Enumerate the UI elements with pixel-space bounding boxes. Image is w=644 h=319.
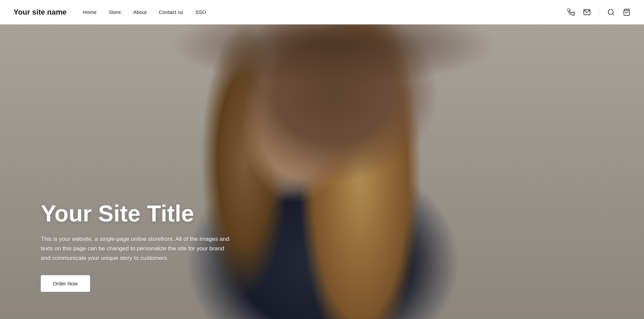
navbar-left: Your site name Home Store About Contact … (14, 8, 206, 17)
nav-link-contact[interactable]: Contact us (159, 9, 183, 15)
nav-item-sso[interactable]: SSO (195, 9, 206, 15)
mail-icon[interactable] (583, 8, 591, 16)
site-name: Your site name (14, 8, 67, 17)
nav-link-sso[interactable]: SSO (195, 9, 206, 15)
cart-icon[interactable] (623, 8, 630, 16)
nav-link-home[interactable]: Home (83, 9, 97, 15)
navbar-right (568, 7, 630, 17)
navbar: Your site name Home Store About Contact … (0, 0, 644, 24)
nav-link-about[interactable]: About (133, 9, 146, 15)
search-icon[interactable] (607, 8, 615, 16)
order-now-button[interactable]: Order Now (41, 275, 90, 292)
nav-item-contact[interactable]: Contact us (159, 9, 183, 15)
phone-icon[interactable] (568, 8, 575, 16)
hero-content: Your Site Title This is your website, a … (0, 24, 231, 319)
nav-item-home[interactable]: Home (83, 9, 97, 15)
hero-description: This is your website, a single-page onli… (41, 234, 231, 263)
svg-line-2 (612, 14, 614, 15)
nav-item-about[interactable]: About (133, 9, 146, 15)
nav-links: Home Store About Contact us SSO (83, 9, 206, 15)
hero-title: Your Site Title (41, 201, 231, 226)
nav-link-store[interactable]: Store (109, 9, 121, 15)
divider (599, 7, 599, 17)
nav-item-store[interactable]: Store (109, 9, 121, 15)
hero-section: Your Site Title This is your website, a … (0, 24, 644, 319)
